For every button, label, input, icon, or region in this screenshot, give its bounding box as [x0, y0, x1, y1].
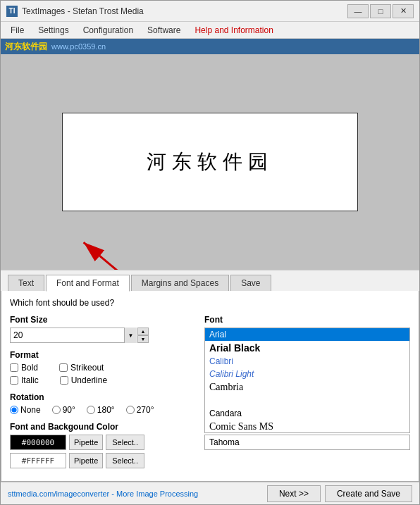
strikeout-label: Strikeout — [70, 363, 104, 373]
right-column: Font Arial Arial Black Calibri Calibri L… — [204, 315, 410, 474]
titlebar: TI TextImages - Stefan Trost Media — □ ✕ — [1, 1, 419, 22]
rotation-label: Rotation — [10, 392, 193, 402]
rotation-90[interactable]: 90° — [52, 405, 75, 415]
font-color-hex: #000000 — [22, 438, 54, 447]
font-list-label: Font — [204, 315, 410, 325]
rotation-section: Rotation None 90° 180° — [10, 392, 193, 415]
app-icon: TI — [6, 6, 18, 17]
font-item-cambria[interactable]: Cambria — [205, 380, 409, 394]
bg-color-select-button[interactable]: Select.. — [106, 453, 144, 468]
rotation-none-label: None — [20, 405, 41, 415]
font-item-comic[interactable]: Comic Sans MS — [205, 420, 409, 433]
rotation-180-radio[interactable] — [87, 406, 95, 414]
tab-margins-spaces[interactable]: Margins and Spaces — [131, 275, 229, 291]
strikeout-checkbox-item[interactable]: Strikeout — [59, 363, 104, 373]
rotation-180[interactable]: 180° — [87, 405, 115, 415]
font-item-arial-black[interactable]: Arial Black — [205, 341, 409, 355]
rotation-none[interactable]: None — [10, 405, 41, 415]
left-column: Font Size 20 8101214 16182428 32364872 ▼… — [10, 315, 193, 474]
preview-canvas: 河东软件园 — [62, 113, 358, 211]
statusbar: sttmedia.com/imageconverter - More Image… — [1, 482, 419, 504]
menu-settings[interactable]: Settings — [31, 24, 75, 37]
underline-checkbox[interactable] — [60, 376, 68, 385]
font-size-row: 20 8101214 16182428 32364872 ▼ ▲ ▼ — [10, 328, 193, 343]
bg-color-row: #FFFFFF Pipette Select.. — [10, 453, 193, 468]
font-size-label: Font Size — [10, 315, 193, 325]
tab-save[interactable]: Save — [230, 275, 271, 291]
spin-buttons: ▲ ▼ — [137, 328, 149, 343]
rotation-270-label: 270° — [137, 405, 154, 415]
menu-software[interactable]: Software — [140, 24, 187, 37]
watermark-sub: www.pc0359.cn — [51, 42, 106, 51]
close-button[interactable]: ✕ — [393, 4, 414, 18]
status-buttons: Next >> Create and Save — [267, 485, 412, 502]
bold-checkbox-item[interactable]: Bold — [10, 363, 38, 373]
font-pipette-button[interactable]: Pipette — [69, 435, 103, 450]
window-controls: — □ ✕ — [347, 4, 414, 18]
menu-configuration[interactable]: Configuration — [76, 24, 140, 37]
two-column-layout: Font Size 20 8101214 16182428 32364872 ▼… — [10, 315, 410, 474]
spin-down-button[interactable]: ▼ — [137, 335, 149, 343]
font-color-select-button[interactable]: Select.. — [106, 435, 144, 450]
bold-label: Bold — [21, 363, 38, 373]
rotation-90-label: 90° — [63, 405, 75, 415]
menubar: File Settings Configuration Software Hel… — [1, 22, 419, 39]
font-item-calibri-light[interactable]: Calibri Light — [205, 368, 409, 380]
tab-text[interactable]: Text — [8, 275, 44, 291]
watermark-bar: 河东软件园 www.pc0359.cn — [1, 39, 419, 54]
italic-checkbox-item[interactable]: Italic — [10, 375, 39, 385]
strikeout-checkbox[interactable] — [59, 363, 68, 372]
window-title: TextImages - Stefan Trost Media — [22, 6, 347, 16]
panel-subtitle: Which font should be used? — [10, 298, 410, 308]
bg-color-hex: #FFFFFF — [22, 456, 54, 466]
bg-pipette-button[interactable]: Pipette — [69, 453, 103, 468]
rotation-270[interactable]: 270° — [126, 405, 154, 415]
bg-color-box: #FFFFFF — [10, 453, 66, 468]
font-selected-display: Tahoma — [204, 435, 410, 450]
menu-file[interactable]: File — [4, 24, 31, 37]
font-size-select[interactable]: 20 8101214 16182428 32364872 — [10, 328, 137, 343]
font-item-spacer — [205, 394, 409, 407]
format-label: Format — [10, 350, 193, 360]
next-button[interactable]: Next >> — [267, 485, 321, 502]
rotation-radio-row: None 90° 180° 270° — [10, 405, 193, 415]
spin-up-button[interactable]: ▲ — [137, 328, 149, 335]
rotation-270-radio[interactable] — [126, 406, 135, 414]
svg-line-1 — [84, 242, 128, 270]
font-item-arial[interactable]: Arial — [205, 328, 409, 341]
italic-checkbox[interactable] — [10, 376, 18, 385]
font-item-calibri[interactable]: Calibri — [205, 355, 409, 368]
preview-text: 河东软件园 — [147, 149, 273, 175]
format-checkbox-row-2: Italic Underline — [10, 375, 193, 385]
font-color-row: #000000 Pipette Select.. — [10, 435, 193, 450]
color-label: Font and Backgound Color — [10, 422, 193, 432]
underline-label: Underline — [71, 375, 107, 385]
font-item-candara[interactable]: Candara — [205, 407, 409, 420]
underline-checkbox-item[interactable]: Underline — [60, 375, 107, 385]
tab-font-format[interactable]: Font and Format — [46, 275, 130, 292]
rotation-180-label: 180° — [97, 405, 115, 415]
format-checkbox-row: Bold Strikeout — [10, 363, 193, 373]
create-save-button[interactable]: Create and Save — [325, 485, 412, 502]
menu-help[interactable]: Help and Information — [187, 24, 280, 37]
preview-area: 河东软件园 — [1, 54, 419, 270]
italic-label: Italic — [21, 375, 39, 385]
tabs-container: Text Font and Format Margins and Spaces … — [1, 270, 419, 291]
rotation-90-radio[interactable] — [52, 406, 61, 414]
watermark-main: 河东软件园 — [5, 41, 47, 53]
format-section: Format Bold Strikeout Italic — [10, 350, 193, 385]
font-listbox[interactable]: Arial Arial Black Calibri Calibri Light … — [204, 328, 410, 433]
font-size-select-wrapper[interactable]: 20 8101214 16182428 32364872 ▼ — [10, 328, 137, 343]
status-link[interactable]: sttmedia.com/imageconverter - More Image… — [8, 490, 198, 498]
maximize-button[interactable]: □ — [370, 4, 391, 18]
font-color-box: #000000 — [10, 435, 66, 450]
main-panel: Which font should be used? Font Size 20 … — [1, 291, 419, 482]
bold-checkbox[interactable] — [10, 363, 18, 372]
minimize-button[interactable]: — — [347, 4, 369, 18]
color-section: Font and Backgound Color #000000 Pipette… — [10, 422, 193, 468]
rotation-none-radio[interactable] — [10, 406, 18, 414]
